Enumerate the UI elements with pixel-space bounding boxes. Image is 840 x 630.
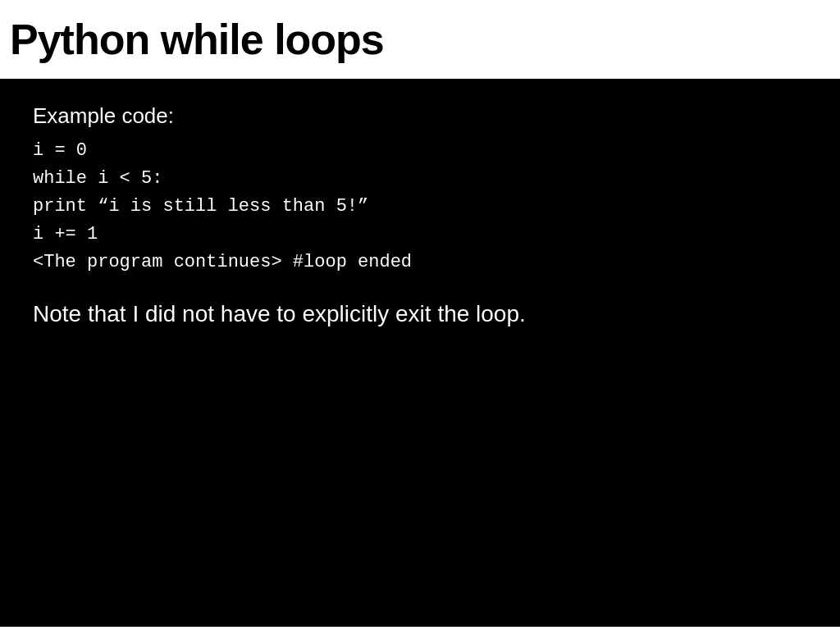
code-line-1: i = 0 bbox=[33, 137, 807, 165]
code-line-4: i += 1 bbox=[33, 221, 807, 249]
slide-content: Example code: i = 0 while i < 5: print “… bbox=[0, 79, 840, 627]
slide-title: Python while loops bbox=[10, 15, 830, 64]
code-line-5: <The program continues> #loop ended bbox=[33, 249, 807, 276]
code-line-3: print “i is still less than 5!” bbox=[33, 193, 807, 221]
example-label: Example code: bbox=[33, 103, 807, 129]
slide-header: Python while loops bbox=[0, 0, 840, 79]
code-block: i = 0 while i < 5: print “i is still les… bbox=[33, 137, 807, 276]
note-text: Note that I did not have to explicitly e… bbox=[33, 301, 807, 327]
code-line-2: while i < 5: bbox=[33, 165, 807, 193]
